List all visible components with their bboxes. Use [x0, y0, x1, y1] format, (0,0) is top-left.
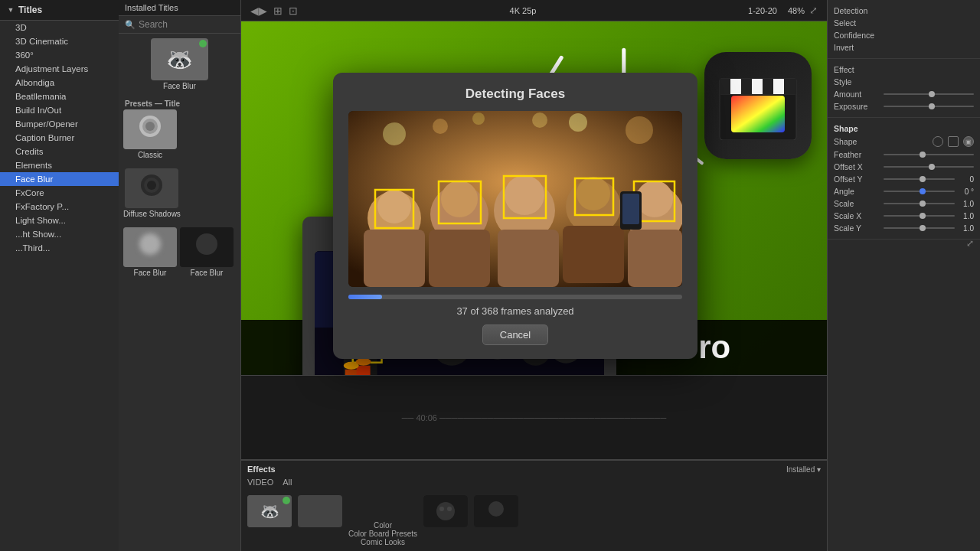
offset-x-thumb[interactable]	[929, 164, 935, 170]
scale-y-thumb[interactable]	[920, 225, 926, 231]
effects-all-label[interactable]: All	[283, 476, 292, 488]
exposure-label: Exposure	[834, 102, 884, 111]
sidebar-item-beatllemania[interactable]: Beatllemania	[0, 90, 119, 103]
preset-classic[interactable]: Classic	[123, 109, 177, 159]
preset-face-blur-1[interactable]: Face Blur	[123, 227, 177, 277]
effects-bottom-header: Effects Installed ▾	[247, 465, 821, 474]
toolbar-icon-expand[interactable]: ⤢	[809, 5, 818, 16]
shape-header-row: Shape	[834, 122, 974, 135]
toolbar-icon-2[interactable]: ⊞	[273, 5, 283, 17]
effects-tab-label[interactable]: Effects	[247, 465, 276, 474]
shape-img[interactable]: ▣	[963, 136, 974, 147]
face-blur-2-img	[180, 227, 234, 267]
angle-thumb[interactable]	[920, 188, 926, 194]
invert-row: Invert	[834, 41, 974, 54]
toolbar-icon-3[interactable]: ⊡	[289, 5, 298, 17]
feather-row: Feather	[834, 148, 974, 161]
feather-thumb[interactable]	[920, 152, 926, 158]
shape-section: Shape Shape ▣ Feather Offset X	[828, 118, 980, 240]
effects-top-bar: Installed Titles	[119, 0, 240, 16]
svg-point-51	[626, 116, 653, 144]
svg-point-59	[505, 175, 544, 215]
toolbar-icon-1[interactable]: ◀▶	[250, 5, 267, 17]
scale-x-thumb[interactable]	[920, 213, 926, 219]
offset-y-thumb[interactable]	[920, 176, 926, 182]
svg-rect-68	[628, 230, 682, 287]
svg-point-52	[472, 112, 485, 125]
shape-row-controls: Shape ▣	[834, 135, 974, 148]
svg-point-44	[447, 507, 452, 511]
effect-raccoon-img: 🦝	[247, 495, 292, 527]
scale-y-slider[interactable]	[884, 227, 955, 229]
style-label: Style	[834, 77, 851, 86]
fcp-logo-inner	[704, 52, 812, 159]
sidebar-item-third[interactable]: ...Third...	[0, 241, 119, 255]
angle-slider[interactable]	[884, 191, 955, 192]
resolution-text: 4K 25p	[510, 6, 537, 15]
face-blur-thumb-img: 🦝	[151, 38, 208, 80]
effect-3-img	[423, 495, 468, 527]
feather-slider[interactable]	[884, 154, 974, 155]
sidebar-item-3d[interactable]: 3D	[0, 21, 119, 34]
sidebar-item-3d-cinematic[interactable]: 3D Cinematic	[0, 34, 119, 48]
exposure-slider[interactable]	[884, 106, 974, 107]
sidebar-item-caption-burner[interactable]: Caption Burner	[0, 131, 119, 145]
exposure-thumb[interactable]	[929, 103, 935, 109]
preset-face-blur-2[interactable]: Face Blur	[180, 227, 234, 277]
offset-x-row: Offset X	[834, 161, 974, 173]
effect-thumb-3[interactable]	[423, 495, 468, 548]
offset-y-slider[interactable]	[884, 178, 955, 180]
select-label: Select	[834, 18, 856, 28]
svg-point-30	[356, 358, 371, 366]
sidebar-item-face-blur[interactable]: Face Blur	[0, 172, 119, 186]
amount-slider[interactable]	[884, 93, 974, 95]
sidebar-item-albondiga[interactable]: Albondiga	[0, 76, 119, 90]
sidebar-toggle[interactable]: ▼	[6, 5, 15, 15]
face-blur-1-img	[123, 227, 177, 267]
effect-raccoon-thumb[interactable]: 🦝	[247, 495, 292, 548]
badge-installed	[199, 40, 207, 47]
sidebar-item-fxfactory[interactable]: FxFactory P...	[0, 200, 119, 214]
face-blur-thumb[interactable]: 🦝 Face Blur	[123, 38, 236, 90]
amount-thumb[interactable]	[929, 91, 935, 97]
timeline-placeholder: ── 40:06 ───────────────────────────────…	[402, 413, 666, 422]
effect-thumb-4[interactable]	[474, 495, 518, 548]
sidebar-item-fxcore[interactable]: FxCore	[0, 186, 119, 200]
scale-slider[interactable]	[884, 203, 955, 204]
detection-label: Detection	[834, 6, 867, 15]
sidebar-item-elements[interactable]: Elements	[0, 158, 119, 172]
sidebar-item-light-show1[interactable]: Light Show...	[0, 214, 119, 227]
scale-val: 1.0	[955, 200, 974, 208]
effect-color-thumb[interactable]	[298, 495, 342, 548]
sidebar-item-360[interactable]: 360°	[0, 48, 119, 62]
app-container: ▼ Titles 3D 3D Cinematic 360° Adjustment…	[0, 0, 980, 551]
svg-rect-27	[345, 370, 358, 375]
select-row: Select	[834, 17, 974, 29]
offset-x-label: Offset X	[834, 162, 884, 171]
sidebar-item-credits[interactable]: Credits	[0, 145, 119, 158]
svg-rect-34	[730, 79, 741, 94]
installed-titles-label[interactable]: Installed Titles	[125, 3, 178, 12]
shape-circle[interactable]	[933, 136, 943, 147]
shape-rect[interactable]	[948, 136, 959, 147]
scale-x-slider[interactable]	[884, 215, 955, 217]
svg-point-50	[569, 113, 587, 132]
effects-installed-label[interactable]: Installed ▾	[786, 465, 821, 474]
svg-point-61	[577, 177, 610, 210]
sidebar-item-build-in-out[interactable]: Build In/Out	[0, 103, 119, 117]
effect-4-img	[474, 495, 518, 527]
expand-icon[interactable]: ⤢	[966, 238, 974, 249]
offset-x-slider[interactable]	[884, 166, 974, 168]
timecode-text: 1-20-20	[748, 6, 777, 15]
preset-diffuse-shadows[interactable]: Diffuse Shadows	[123, 168, 181, 218]
sidebar-item-bumper-opener[interactable]: Bumper/Opener	[0, 117, 119, 131]
exposure-row: Exposure	[834, 100, 974, 112]
fg-cancel-button[interactable]: Cancel	[482, 324, 548, 345]
sidebar-item-adjustment-layers[interactable]: Adjustment Layers	[0, 62, 119, 76]
effects-bottom-header-row: Effects Installed ▾ VIDEO All	[241, 460, 827, 492]
svg-rect-38	[773, 79, 784, 94]
presets-thumbs-row: Classic Diffuse Shadows	[123, 109, 236, 224]
scale-thumb[interactable]	[920, 201, 926, 207]
sidebar-item-light-show2[interactable]: ...ht Show...	[0, 227, 119, 241]
search-input[interactable]	[139, 19, 234, 30]
